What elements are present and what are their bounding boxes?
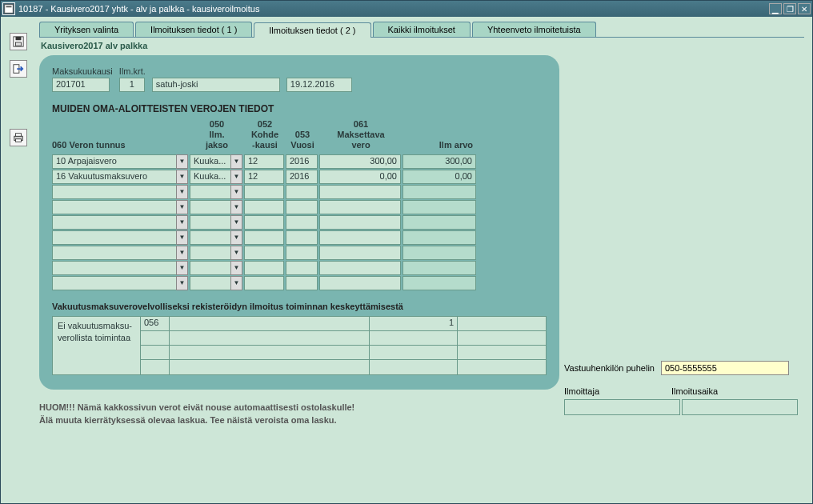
chevron-down-icon[interactable]: ▼ — [176, 185, 188, 199]
kausi-field[interactable] — [244, 246, 284, 260]
ilmarvo-field: 300,00 — [402, 154, 476, 169]
kausi-field[interactable] — [244, 200, 284, 214]
maksukuukausi-label: Maksukuukausi — [52, 66, 113, 76]
kausi-field[interactable] — [244, 261, 284, 275]
tax-row: ▼▼ — [52, 185, 547, 199]
vero-field[interactable]: 300,00 — [319, 154, 401, 169]
maximize-button[interactable]: ❐ — [783, 3, 796, 14]
chevron-down-icon[interactable]: ▼ — [230, 230, 242, 245]
svg-rect-4 — [16, 42, 22, 46]
exit-button[interactable] — [10, 60, 27, 78]
tunnus-field[interactable] — [52, 185, 188, 199]
ilmoittaja-field[interactable] — [564, 399, 680, 415]
chevron-down-icon[interactable]: ▼ — [230, 154, 242, 169]
tunnus-field[interactable] — [52, 230, 188, 245]
vuosi-field[interactable] — [286, 185, 318, 199]
vuosi-field[interactable] — [286, 230, 318, 245]
sub-code-056: 056 — [141, 317, 169, 331]
tax-row: 16 Vakuutusmaksuvero▼Kuuka...▼1220160,00… — [52, 170, 547, 184]
right-panel: Vastuuhenkilön puhelin Ilmoittaja Ilmoit… — [564, 361, 798, 415]
vero-field[interactable] — [319, 185, 401, 199]
vero-field[interactable] — [319, 230, 401, 245]
kausi-field[interactable]: 12 — [244, 170, 284, 184]
ilmarvo-field — [402, 276, 476, 290]
minimize-button[interactable]: ▁ — [769, 3, 782, 14]
chevron-down-icon[interactable]: ▼ — [176, 276, 188, 290]
chevron-down-icon[interactable]: ▼ — [176, 215, 188, 230]
tab-company-select[interactable]: Yrityksen valinta — [39, 22, 134, 37]
vero-field[interactable] — [319, 246, 401, 260]
titlebar: 10187 - Kausivero2017 yhtk - alv ja palk… — [1, 1, 812, 17]
tunnus-field[interactable] — [52, 276, 188, 290]
kausi-field[interactable] — [244, 276, 284, 290]
kausi-field[interactable]: 12 — [244, 154, 284, 169]
main-panel: Maksukuukausi 201701 Ilm.krt. 1 satuh-jo… — [39, 55, 559, 390]
tax-row: ▼▼ — [52, 215, 547, 230]
content-area: Yrityksen valinta Ilmoituksen tiedot ( 1… — [1, 17, 812, 503]
vuosi-field[interactable]: 2016 — [286, 170, 318, 184]
ilmoitusaika-field[interactable] — [682, 399, 798, 415]
main-content: Yrityksen valinta Ilmoituksen tiedot ( 1… — [36, 17, 812, 503]
chevron-down-icon[interactable]: ▼ — [230, 200, 242, 214]
vuosi-field[interactable] — [286, 276, 318, 290]
chevron-down-icon[interactable]: ▼ — [230, 170, 242, 184]
svg-rect-3 — [16, 37, 22, 40]
kausi-field[interactable] — [244, 185, 284, 199]
vero-field[interactable]: 0,00 — [319, 170, 401, 184]
tunnus-field[interactable] — [52, 215, 188, 230]
vuosi-field[interactable] — [286, 246, 318, 260]
tunnus-field[interactable] — [52, 246, 188, 260]
hdr-060: 060 Veron tunnus — [52, 119, 190, 151]
date-field[interactable]: 19.12.2016 — [286, 78, 352, 92]
chevron-down-icon[interactable]: ▼ — [176, 230, 188, 245]
kausi-field[interactable] — [244, 215, 284, 230]
chevron-down-icon[interactable]: ▼ — [230, 215, 242, 230]
sub-val[interactable]: 1 — [370, 317, 458, 330]
chevron-down-icon[interactable]: ▼ — [176, 246, 188, 260]
tax-row: ▼▼ — [52, 276, 547, 290]
tax-row: 10 Arpajaisvero▼Kuuka...▼122016300,00300… — [52, 154, 547, 169]
tab-summary[interactable]: Yhteenveto ilmoitetuista — [472, 22, 596, 37]
chevron-down-icon[interactable]: ▼ — [176, 170, 188, 184]
chevron-down-icon[interactable]: ▼ — [230, 276, 242, 290]
chevron-down-icon[interactable]: ▼ — [176, 200, 188, 214]
left-toolbar — [1, 17, 36, 503]
exit-icon — [13, 63, 24, 74]
tab-details-1[interactable]: Ilmoituksen tiedot ( 1 ) — [135, 22, 252, 37]
close-button[interactable]: ✕ — [798, 3, 811, 14]
maksukuukausi-field[interactable]: 201701 — [52, 78, 110, 92]
tunnus-field[interactable]: 10 Arpajaisvero — [52, 154, 188, 169]
kausi-field[interactable] — [244, 230, 284, 245]
chevron-down-icon[interactable]: ▼ — [230, 246, 242, 260]
printer-icon — [13, 132, 24, 143]
window-title: 10187 - Kausivero2017 yhtk - alv ja palk… — [18, 4, 769, 14]
vuosi-field[interactable] — [286, 200, 318, 214]
tunnus-field[interactable] — [52, 200, 188, 214]
vero-field[interactable] — [319, 261, 401, 275]
save-button[interactable] — [10, 33, 27, 50]
chevron-down-icon[interactable]: ▼ — [176, 261, 188, 275]
tax-row: ▼▼ — [52, 200, 547, 214]
ilmkrt-field[interactable]: 1 — [119, 78, 145, 92]
tunnus-field[interactable] — [52, 261, 188, 275]
tab-details-2[interactable]: Ilmoituksen tiedot ( 2 ) — [254, 22, 370, 38]
vuosi-field[interactable] — [286, 261, 318, 275]
user-field[interactable]: satuh-joski — [152, 78, 280, 92]
sub-title: Vakuutusmaksuverovelvolliseksi rekisterö… — [52, 302, 547, 311]
vero-field[interactable] — [319, 215, 401, 230]
tax-row: ▼▼ — [52, 246, 547, 260]
tunnus-field[interactable]: 16 Vakuutusmaksuvero — [52, 170, 188, 184]
print-button[interactable] — [10, 129, 27, 146]
chevron-down-icon[interactable]: ▼ — [230, 185, 242, 199]
chevron-down-icon[interactable]: ▼ — [176, 154, 188, 169]
chevron-down-icon[interactable]: ▼ — [230, 261, 242, 275]
ilmarvo-field — [402, 246, 476, 260]
vero-field[interactable] — [319, 276, 401, 290]
vuosi-field[interactable]: 2016 — [286, 154, 318, 169]
vuosi-field[interactable] — [286, 215, 318, 230]
ilmarvo-field — [402, 261, 476, 275]
svg-rect-7 — [16, 134, 22, 137]
tab-all[interactable]: Kaikki ilmoitukset — [373, 22, 471, 37]
vero-field[interactable] — [319, 200, 401, 214]
phone-input[interactable] — [661, 361, 789, 375]
